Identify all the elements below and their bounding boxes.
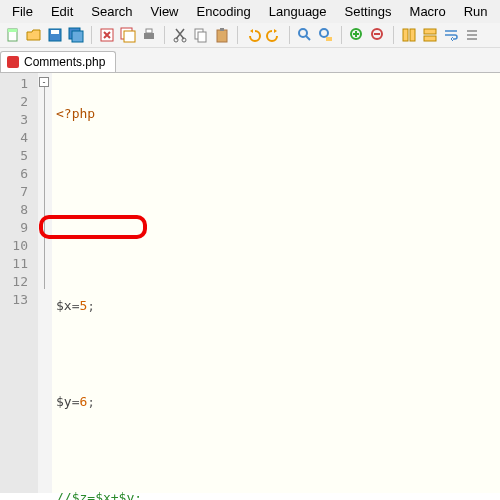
menu-file[interactable]: File <box>4 2 41 21</box>
svg-point-17 <box>299 29 307 37</box>
separator <box>91 26 92 44</box>
line-number: 4 <box>0 129 38 147</box>
separator <box>393 26 394 44</box>
fold-column: - <box>38 73 52 493</box>
svg-rect-3 <box>51 30 59 34</box>
line-number: 7 <box>0 183 38 201</box>
svg-rect-19 <box>326 37 332 41</box>
open-file-icon[interactable] <box>25 26 43 44</box>
svg-rect-25 <box>424 36 436 41</box>
svg-rect-14 <box>198 32 206 42</box>
line-number: 5 <box>0 147 38 165</box>
close-icon[interactable] <box>98 26 116 44</box>
line-gutter: 1 2 3 4 5 6 7 8 9 10 11 12 13 <box>0 73 38 493</box>
new-file-icon[interactable] <box>4 26 22 44</box>
separator <box>237 26 238 44</box>
tab-comments-php[interactable]: Comments.php <box>0 51 116 72</box>
code-area[interactable]: <?php $x=5; $y=6; //$z=$x+$y; #echo $z; … <box>52 73 500 493</box>
line-number: 3 <box>0 111 38 129</box>
svg-rect-5 <box>72 31 83 42</box>
unsaved-indicator-icon <box>7 56 19 68</box>
line-number: 2 <box>0 93 38 111</box>
menu-language[interactable]: Language <box>261 2 335 21</box>
line-number: 10 <box>0 237 38 255</box>
svg-rect-9 <box>144 33 154 39</box>
find-icon[interactable] <box>296 26 314 44</box>
toolbar <box>0 23 500 48</box>
code-token: ; <box>87 394 95 409</box>
svg-point-18 <box>320 29 328 37</box>
paste-icon[interactable] <box>213 26 231 44</box>
menu-search[interactable]: Search <box>83 2 140 21</box>
line-number: 6 <box>0 165 38 183</box>
sync-v-icon[interactable] <box>400 26 418 44</box>
code-token: //$z=$x+$y; <box>56 490 142 500</box>
fold-toggle-icon[interactable]: - <box>39 77 49 87</box>
editor-area: 1 2 3 4 5 6 7 8 9 10 11 12 13 - <?php $x… <box>0 73 500 493</box>
menu-settings[interactable]: Settings <box>337 2 400 21</box>
line-number: 11 <box>0 255 38 273</box>
line-number: 13 <box>0 291 38 309</box>
line-number: 1 <box>0 75 38 93</box>
code-token: ; <box>87 298 95 313</box>
code-token: $x <box>56 298 72 313</box>
code-token: <?php <box>56 106 95 121</box>
line-number: 12 <box>0 273 38 291</box>
close-all-icon[interactable] <box>119 26 137 44</box>
svg-rect-16 <box>220 28 224 31</box>
undo-icon[interactable] <box>244 26 262 44</box>
wrap-icon[interactable] <box>442 26 460 44</box>
svg-rect-22 <box>403 29 408 41</box>
zoom-in-icon[interactable] <box>348 26 366 44</box>
svg-rect-10 <box>146 29 152 33</box>
svg-rect-23 <box>410 29 415 41</box>
zoom-out-icon[interactable] <box>369 26 387 44</box>
fold-line <box>44 87 45 289</box>
menu-macro[interactable]: Macro <box>402 2 454 21</box>
menu-bar: File Edit Search View Encoding Language … <box>0 0 500 23</box>
save-all-icon[interactable] <box>67 26 85 44</box>
svg-rect-24 <box>424 29 436 34</box>
tab-bar: Comments.php <box>0 48 500 73</box>
line-number: 9 <box>0 219 38 237</box>
svg-rect-8 <box>124 31 135 42</box>
separator <box>289 26 290 44</box>
code-token: $y <box>56 394 72 409</box>
menu-view[interactable]: View <box>143 2 187 21</box>
redo-icon[interactable] <box>265 26 283 44</box>
menu-run[interactable]: Run <box>456 2 496 21</box>
svg-rect-1 <box>8 29 17 32</box>
line-number: 8 <box>0 201 38 219</box>
tab-label: Comments.php <box>24 55 105 69</box>
menu-encoding[interactable]: Encoding <box>189 2 259 21</box>
copy-icon[interactable] <box>192 26 210 44</box>
save-icon[interactable] <box>46 26 64 44</box>
menu-edit[interactable]: Edit <box>43 2 81 21</box>
svg-rect-15 <box>217 30 227 42</box>
separator <box>164 26 165 44</box>
print-icon[interactable] <box>140 26 158 44</box>
show-all-icon[interactable] <box>463 26 481 44</box>
sync-h-icon[interactable] <box>421 26 439 44</box>
replace-icon[interactable] <box>317 26 335 44</box>
separator <box>341 26 342 44</box>
cut-icon[interactable] <box>171 26 189 44</box>
